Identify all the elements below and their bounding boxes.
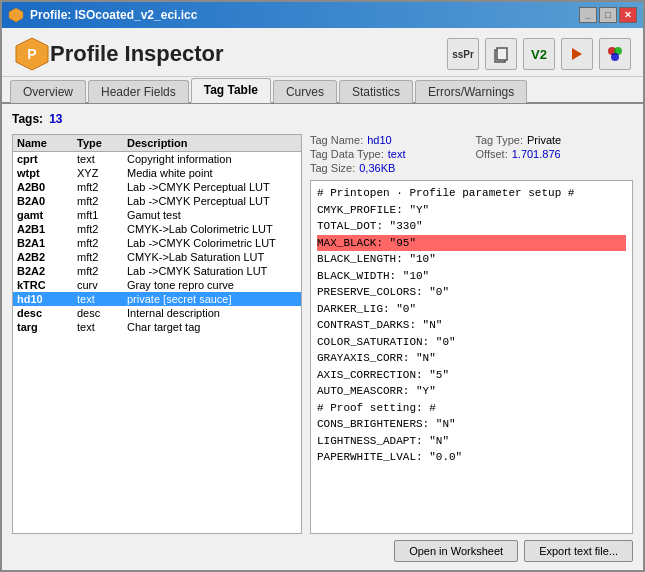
row-name: kTRC bbox=[17, 279, 77, 291]
export-text-button[interactable]: Export text file... bbox=[524, 540, 633, 562]
offset-row: Offset: 1.701.876 bbox=[476, 148, 634, 160]
row-description: CMYK->Lab Colorimetric LUT bbox=[127, 223, 297, 235]
toolbar-icons: ssPr V2 bbox=[447, 38, 631, 70]
text-line: # Proof setting: # bbox=[317, 400, 626, 417]
table-row[interactable]: cprttextCopyright information bbox=[13, 152, 301, 166]
text-line: CONS_BRIGHTENERS: "N" bbox=[317, 416, 626, 433]
table-row[interactable]: A2B1mft2CMYK->Lab Colorimetric LUT bbox=[13, 222, 301, 236]
text-line: BLACK_LENGTH: "10" bbox=[317, 251, 626, 268]
main-window: Profile: ISOcoated_v2_eci.icc _ □ ✕ P Pr… bbox=[0, 0, 645, 572]
svg-marker-0 bbox=[9, 8, 23, 22]
table-row[interactable]: B2A2mft2Lab ->CMYK Saturation LUT bbox=[13, 264, 301, 278]
row-description: CMYK->Lab Saturation LUT bbox=[127, 251, 297, 263]
text-content-box[interactable]: # Printopen · Profile parameter setup #C… bbox=[310, 180, 633, 534]
row-description: Gray tone repro curve bbox=[127, 279, 297, 291]
text-line: DARKER_LIG: "0" bbox=[317, 301, 626, 318]
tag-table-panel: Name Type Description cprttextCopyright … bbox=[12, 134, 302, 534]
toolbar-sspr-button[interactable]: ssPr bbox=[447, 38, 479, 70]
header-area: P Profile Inspector ssPr V2 bbox=[2, 28, 643, 77]
table-row[interactable]: wtptXYZMedia white point bbox=[13, 166, 301, 180]
table-row[interactable]: targtextChar target tag bbox=[13, 320, 301, 334]
size-row: Tag Size: 0,36KB bbox=[310, 162, 468, 174]
tags-label: Tags: bbox=[12, 112, 43, 126]
table-row[interactable]: descdescInternal description bbox=[13, 306, 301, 320]
tab-tag-table[interactable]: Tag Table bbox=[191, 78, 271, 103]
table-row[interactable]: B2A0mft2Lab ->CMYK Perceptual LUT bbox=[13, 194, 301, 208]
highlighted-line: MAX_BLACK: "95" bbox=[317, 235, 626, 252]
text-line: CMYK_PROFILE: "Y" bbox=[317, 202, 626, 219]
row-type: curv bbox=[77, 279, 127, 291]
row-type: text bbox=[77, 321, 127, 333]
toolbar-copy-button[interactable] bbox=[485, 38, 517, 70]
window-title: Profile: ISOcoated_v2_eci.icc bbox=[30, 8, 579, 22]
open-worksheet-button[interactable]: Open in Worksheet bbox=[394, 540, 518, 562]
text-line: PRESERVE_COLORS: "0" bbox=[317, 284, 626, 301]
table-body[interactable]: cprttextCopyright informationwtptXYZMedi… bbox=[13, 152, 301, 533]
toolbar-play-button[interactable] bbox=[561, 38, 593, 70]
svg-point-8 bbox=[611, 53, 619, 61]
right-panel: Tag Name: hd10 Tag Type: Private Tag Dat… bbox=[310, 134, 633, 534]
row-description: private [secret sauce] bbox=[127, 293, 297, 305]
tab-statistics[interactable]: Statistics bbox=[339, 80, 413, 103]
table-row[interactable]: A2B2mft2CMYK->Lab Saturation LUT bbox=[13, 250, 301, 264]
table-row[interactable]: kTRCcurvGray tone repro curve bbox=[13, 278, 301, 292]
row-name: A2B0 bbox=[17, 181, 77, 193]
tab-errors-warnings[interactable]: Errors/Warnings bbox=[415, 80, 527, 103]
row-name: wtpt bbox=[17, 167, 77, 179]
col-name: Name bbox=[17, 137, 77, 149]
row-name: B2A0 bbox=[17, 195, 77, 207]
row-type: mft2 bbox=[77, 195, 127, 207]
table-row[interactable]: gamtmft1Gamut test bbox=[13, 208, 301, 222]
minimize-button[interactable]: _ bbox=[579, 7, 597, 23]
row-description: Lab ->CMYK Perceptual LUT bbox=[127, 181, 297, 193]
table-row[interactable]: A2B0mft2Lab ->CMYK Perceptual LUT bbox=[13, 180, 301, 194]
row-type: mft1 bbox=[77, 209, 127, 221]
table-row[interactable]: hd10text private [secret sauce] bbox=[13, 292, 301, 306]
data-type-value: text bbox=[388, 148, 406, 160]
row-description: Lab ->CMYK Perceptual LUT bbox=[127, 195, 297, 207]
row-description: Char target tag bbox=[127, 321, 297, 333]
table-header: Name Type Description bbox=[13, 135, 301, 152]
table-row[interactable]: B2A1mft2Lab ->CMYK Colorimetric LUT bbox=[13, 236, 301, 250]
row-name: gamt bbox=[17, 209, 77, 221]
tag-name-label: Tag Name: bbox=[310, 134, 363, 146]
tag-type-row: Tag Type: Private bbox=[476, 134, 634, 146]
right-info: Tag Name: hd10 Tag Type: Private Tag Dat… bbox=[310, 134, 633, 174]
window-controls: _ □ ✕ bbox=[579, 7, 637, 23]
col-description: Description bbox=[127, 137, 297, 149]
row-type: mft2 bbox=[77, 265, 127, 277]
toolbar-v2-button[interactable]: V2 bbox=[523, 38, 555, 70]
row-description: Copyright information bbox=[127, 153, 297, 165]
row-name: targ bbox=[17, 321, 77, 333]
row-name: desc bbox=[17, 307, 77, 319]
row-description: Internal description bbox=[127, 307, 297, 319]
tab-overview[interactable]: Overview bbox=[10, 80, 86, 103]
text-line: TOTAL_DOT: "330" bbox=[317, 218, 626, 235]
text-line: CONTRAST_DARKS: "N" bbox=[317, 317, 626, 334]
title-bar: Profile: ISOcoated_v2_eci.icc _ □ ✕ bbox=[2, 2, 643, 28]
text-line: # Printopen · Profile parameter setup # bbox=[317, 185, 626, 202]
tags-count-bar: Tags: 13 bbox=[12, 112, 633, 126]
data-type-row: Tag Data Type: text bbox=[310, 148, 468, 160]
close-button[interactable]: ✕ bbox=[619, 7, 637, 23]
app-icon-small bbox=[8, 7, 24, 23]
main-panels: Name Type Description cprttextCopyright … bbox=[12, 134, 633, 534]
tab-curves[interactable]: Curves bbox=[273, 80, 337, 103]
text-line: COLOR_SATURATION: "0" bbox=[317, 334, 626, 351]
svg-text:P: P bbox=[27, 46, 36, 62]
row-name: cprt bbox=[17, 153, 77, 165]
maximize-button[interactable]: □ bbox=[599, 7, 617, 23]
tabs-bar: OverviewHeader FieldsTag TableCurvesStat… bbox=[2, 77, 643, 104]
row-type: desc bbox=[77, 307, 127, 319]
toolbar-color-button[interactable] bbox=[599, 38, 631, 70]
color-icon bbox=[606, 45, 624, 63]
text-line: PAPERWHITE_LVAL: "0.0" bbox=[317, 449, 626, 466]
tab-header-fields[interactable]: Header Fields bbox=[88, 80, 189, 103]
size-label: Tag Size: bbox=[310, 162, 355, 174]
row-description: Lab ->CMYK Colorimetric LUT bbox=[127, 237, 297, 249]
text-line: LIGHTNESS_ADAPT: "N" bbox=[317, 433, 626, 450]
tags-count: 13 bbox=[49, 112, 62, 126]
bottom-buttons: Open in Worksheet Export text file... bbox=[12, 540, 633, 562]
offset-label: Offset: bbox=[476, 148, 508, 160]
row-type: mft2 bbox=[77, 251, 127, 263]
